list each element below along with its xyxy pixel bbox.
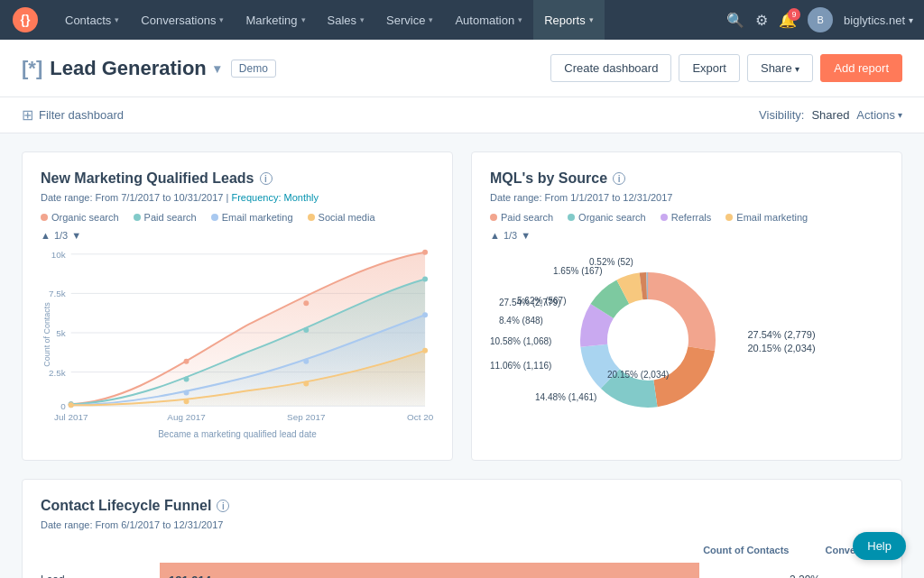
legend-dot: [308, 214, 315, 221]
svg-point-18: [184, 377, 189, 382]
nav-service[interactable]: Service ▾: [375, 0, 444, 40]
chevron-icon: ▾: [518, 15, 522, 24]
nav-user-label[interactable]: biglytics.net ▾: [844, 14, 913, 27]
mql-line-chart: 10k 7.5k 5k 2.5k 0 Count of Contacts: [41, 244, 434, 425]
legend-dot: [568, 214, 575, 221]
search-icon[interactable]: 🔍: [726, 12, 744, 29]
funnel-table-header: Count of Contacts Conversion: [41, 545, 883, 555]
filter-dashboard-button[interactable]: ⊞ Filter dashboard: [22, 106, 124, 124]
legend-organic-search: Organic search: [568, 212, 646, 223]
svg-point-22: [184, 390, 189, 395]
hubspot-logo[interactable]: {}: [11, 5, 40, 34]
mql-chart-title: New Marketing Qualified Leads i: [41, 170, 434, 187]
funnel-bar: 121,914: [160, 563, 699, 578]
chevron-icon: ▾: [429, 15, 433, 24]
help-button[interactable]: Help: [853, 532, 906, 560]
legend-organic: Organic search: [41, 212, 119, 223]
settings-icon[interactable]: ⚙: [755, 12, 768, 29]
svg-point-28: [422, 348, 428, 353]
grid-icon: ⊞: [22, 106, 33, 124]
legend-dot: [490, 214, 497, 221]
mql-chart-card: New Marketing Qualified Leads i Date ran…: [22, 151, 453, 461]
svg-text:10k: 10k: [51, 250, 66, 260]
funnel-card: Contact Lifecycle Funnel i Date range: F…: [22, 479, 902, 578]
notifications-icon[interactable]: 🔔 9: [779, 12, 797, 29]
mql-source-meta: Date range: From 1/1/2017 to 12/31/2017: [490, 192, 883, 203]
up-icon: ▲: [41, 230, 51, 241]
legend-social: Social media: [308, 212, 375, 223]
up-icon: ▲: [490, 230, 500, 241]
svg-text:0: 0: [60, 401, 66, 411]
funnel-bar-container: 121,914: [160, 563, 746, 578]
top-nav: {} Contacts ▾ Conversations ▾ Marketing …: [0, 0, 924, 40]
svg-text:{}: {}: [21, 13, 31, 27]
actions-link[interactable]: Actions ▾: [856, 108, 902, 122]
export-button[interactable]: Export: [679, 54, 740, 82]
chevron-icon: ▾: [301, 15, 306, 24]
user-chevron-icon: ▾: [909, 15, 913, 25]
chevron-icon: ▾: [589, 15, 594, 24]
add-report-button[interactable]: Add report: [820, 54, 902, 82]
down-icon: ▼: [71, 230, 81, 241]
legend-referrals: Referrals: [661, 212, 712, 223]
nav-right: 🔍 ⚙ 🔔 9 B biglytics.net ▾: [726, 7, 913, 32]
page-title: [*] Lead Generation ▾: [22, 57, 220, 80]
x-axis-label: Became a marketing qualified lead date: [41, 429, 434, 439]
info-icon[interactable]: i: [613, 172, 625, 185]
nav-marketing[interactable]: Marketing ▾: [235, 0, 316, 40]
chevron-icon: ▾: [360, 15, 365, 24]
actions-chevron-icon: ▾: [898, 110, 902, 120]
donut-label-0: 27.54% (2,779): [747, 329, 815, 340]
svg-point-23: [303, 359, 309, 364]
donut-label-1: 20.15% (2,034): [747, 343, 815, 353]
filter-right: Visibility: Shared Actions ▾: [759, 108, 902, 122]
title-dropdown-icon[interactable]: ▾: [214, 61, 220, 76]
legend-dot: [661, 214, 668, 221]
nav-automation[interactable]: Automation ▾: [444, 0, 533, 40]
chart-pagination: ▲ 1/3 ▼: [41, 230, 434, 241]
legend-email-marketing: Email marketing: [725, 212, 808, 223]
svg-point-33: [612, 304, 684, 376]
chevron-icon: ▾: [219, 15, 224, 24]
title-bracket: [*]: [22, 57, 42, 80]
share-button[interactable]: Share ▾: [747, 54, 813, 82]
nav-contacts[interactable]: Contacts ▾: [54, 0, 130, 40]
svg-point-16: [422, 250, 428, 255]
info-icon[interactable]: i: [217, 500, 229, 512]
demo-badge: Demo: [231, 60, 276, 78]
legend-dot: [211, 214, 218, 221]
funnel-metrics: 3.29%: [757, 573, 883, 578]
main-content: New Marketing Qualified Leads i Date ran…: [0, 133, 924, 578]
nav-reports[interactable]: Reports ▾: [533, 0, 605, 40]
nav-conversations[interactable]: Conversations ▾: [130, 0, 235, 40]
funnel-meta: Date range: From 6/1/2017 to 12/31/2017: [41, 519, 883, 530]
charts-row: New Marketing Qualified Leads i Date ran…: [22, 151, 902, 461]
avatar[interactable]: B: [808, 7, 833, 32]
create-dashboard-button[interactable]: Create dashboard: [550, 54, 671, 82]
svg-text:Aug 2017: Aug 2017: [167, 412, 205, 422]
svg-point-15: [303, 300, 309, 306]
funnel-stage-label: Lead: [41, 573, 149, 578]
funnel-title: Contact Lifecycle Funnel i: [41, 498, 883, 514]
mql-legend: Organic search Paid search Email marketi…: [41, 212, 434, 223]
svg-point-24: [422, 312, 428, 317]
svg-point-14: [184, 359, 189, 364]
svg-text:7.5k: 7.5k: [49, 289, 66, 298]
table-row: Lead 121,914 3.29%: [41, 563, 883, 578]
filter-bar: ⊞ Filter dashboard Visibility: Shared Ac…: [0, 97, 924, 133]
header-actions: Create dashboard Export Share ▾ Add repo…: [550, 54, 902, 82]
svg-point-26: [184, 399, 189, 404]
legend-paid: Paid search: [134, 212, 197, 223]
visibility-value: Shared: [811, 108, 849, 122]
nav-sales[interactable]: Sales ▾: [317, 0, 376, 40]
donut-chart: [558, 250, 738, 430]
info-icon[interactable]: i: [260, 172, 273, 185]
legend-dot: [134, 214, 141, 221]
svg-text:Count of Contacts: Count of Contacts: [42, 302, 51, 367]
nav-items: Contacts ▾ Conversations ▾ Marketing ▾ S…: [54, 0, 726, 40]
legend-email: Email marketing: [211, 212, 293, 223]
mql-source-legend: Paid search Organic search Referrals Ema…: [490, 212, 883, 223]
page-header: [*] Lead Generation ▾ Demo Create dashbo…: [0, 40, 924, 97]
svg-point-19: [303, 327, 309, 333]
svg-point-20: [422, 277, 428, 282]
